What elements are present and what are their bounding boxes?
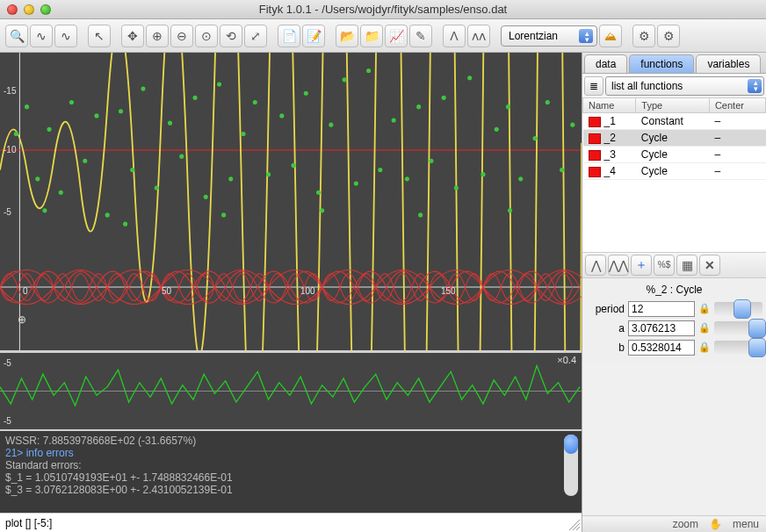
slider-thumb[interactable] xyxy=(733,299,751,319)
table-row[interactable]: _2Cycle– xyxy=(583,130,766,147)
term-cmd: info errors xyxy=(26,447,74,459)
tool-openfolder-button[interactable]: 📁 xyxy=(360,25,383,47)
param-slider[interactable] xyxy=(714,321,762,335)
param-input[interactable] xyxy=(628,320,695,336)
param-row: b🔒 xyxy=(586,340,762,356)
term-line: Standard errors: xyxy=(5,459,82,471)
tool-move-button[interactable]: ✥ xyxy=(121,25,144,47)
term-line: $_3 = 3.0762128083E+00 +- 2.4310052139E-… xyxy=(5,484,233,496)
svg-point-48 xyxy=(570,123,574,127)
tab-variables[interactable]: variables xyxy=(696,54,761,73)
col-center[interactable]: Center xyxy=(709,98,765,113)
minimize-icon[interactable] xyxy=(24,4,34,15)
svg-point-12 xyxy=(119,109,123,113)
ytick: -15 xyxy=(4,86,16,96)
tool-ploticon-button[interactable]: 📈 xyxy=(385,25,408,47)
tool-gear2-button[interactable]: ⚙ xyxy=(657,25,680,47)
tool-zoomin-button[interactable]: ⊕ xyxy=(146,25,169,47)
svg-point-32 xyxy=(366,68,371,73)
close-icon[interactable] xyxy=(7,4,18,15)
resize-corner-icon[interactable] xyxy=(566,516,582,532)
svg-point-30 xyxy=(343,77,347,82)
tool-pct-button[interactable]: %$ xyxy=(654,255,675,276)
svg-point-28 xyxy=(316,191,321,195)
tool-zoomprev-button[interactable]: ⟲ xyxy=(220,25,242,47)
tool-scriptrun-button[interactable]: 📝 xyxy=(302,25,325,47)
tab-data[interactable]: data xyxy=(584,54,627,73)
main-plot[interactable]: ⊕ -15 -10 -5 0 50 100 150 xyxy=(0,53,582,350)
svg-point-51 xyxy=(221,212,226,217)
tab-functions[interactable]: functions xyxy=(629,54,694,73)
svg-point-26 xyxy=(292,163,296,168)
tool-zoomx-button[interactable]: ⊙ xyxy=(195,25,218,47)
xtick: 50 xyxy=(162,286,171,296)
slider-thumb[interactable] xyxy=(748,319,766,338)
tool-open-button[interactable]: 📂 xyxy=(336,25,358,47)
param-input[interactable] xyxy=(628,301,695,317)
svg-point-45 xyxy=(532,136,537,140)
svg-point-20 xyxy=(217,82,221,86)
filter-list-icon[interactable]: ≣ xyxy=(584,76,603,96)
svg-point-4 xyxy=(25,104,29,109)
svg-point-9 xyxy=(83,159,87,163)
svg-point-44 xyxy=(518,176,523,181)
tool-edit-button[interactable]: ✎ xyxy=(409,25,432,47)
param-title: %_2 : Cycle xyxy=(586,284,762,296)
col-type[interactable]: Type xyxy=(636,98,710,113)
tool-zoomall-button[interactable]: 🔍 xyxy=(5,25,28,47)
param-input[interactable] xyxy=(628,340,695,356)
slider-thumb[interactable] xyxy=(748,338,766,357)
command-input[interactable] xyxy=(0,514,566,532)
svg-line-58 xyxy=(573,523,580,530)
svg-point-17 xyxy=(179,155,184,159)
output-terminal[interactable]: WSSR: 7.8853978668E+02 (-31.6657%) 21> i… xyxy=(0,429,582,513)
tool-pointer-button[interactable]: ↖ xyxy=(88,25,111,47)
tool-peak-single-button[interactable]: ⋀ xyxy=(585,255,606,276)
param-slider[interactable] xyxy=(714,302,762,316)
svg-point-21 xyxy=(228,176,233,181)
tool-zoomfit-button[interactable]: ⤢ xyxy=(244,25,267,47)
xtick: 150 xyxy=(441,286,456,296)
param-label: b xyxy=(586,341,625,354)
tool-curve1-button[interactable]: ∿ xyxy=(30,25,53,47)
zoom-icon[interactable] xyxy=(40,4,51,15)
main-toolbar: 🔍 ∿ ∿ ↖ ✥ ⊕ ⊖ ⊙ ⟲ ⤢ 📄 📝 📂 📁 📈 ✎ Λ ᴧᴧ Lor… xyxy=(0,19,766,53)
parameter-pane: %_2 : Cycle period🔒a🔒b🔒 xyxy=(582,278,766,363)
table-row[interactable]: _1Constant– xyxy=(583,113,766,130)
svg-point-24 xyxy=(266,172,271,176)
status-zoom[interactable]: zoom xyxy=(673,518,698,530)
tool-peaks-button[interactable]: ᴧᴧ xyxy=(467,25,490,47)
tool-script-button[interactable]: 📄 xyxy=(278,25,300,47)
tool-add-button[interactable]: ＋ xyxy=(631,255,652,276)
svg-point-54 xyxy=(508,208,512,212)
svg-point-34 xyxy=(392,118,396,122)
term-line: $_1 = 1.0510749193E+01 +- 1.7488832466E-… xyxy=(5,471,233,484)
filter-select[interactable]: list all functions ▴▾ xyxy=(605,76,764,96)
function-type-select[interactable]: Lorentzian ▴▾ xyxy=(501,25,597,47)
table-row[interactable]: _4Cycle– xyxy=(583,163,766,180)
lock-icon[interactable]: 🔒 xyxy=(698,341,711,353)
col-name[interactable]: Name xyxy=(583,98,636,113)
table-row[interactable]: _3Cycle– xyxy=(583,147,766,163)
tool-delete-button[interactable]: ✕ xyxy=(699,255,720,276)
svg-point-33 xyxy=(378,168,382,172)
svg-point-18 xyxy=(192,96,197,100)
tool-curve2-button[interactable]: ∿ xyxy=(54,25,77,47)
terminal-scrollbar-thumb[interactable] xyxy=(564,435,578,454)
svg-point-19 xyxy=(204,195,208,199)
tool-gear1-button[interactable]: ⚙ xyxy=(632,25,655,47)
status-menu[interactable]: menu xyxy=(733,518,759,530)
tool-addpeak-button[interactable]: ⛰ xyxy=(599,25,622,47)
svg-line-59 xyxy=(576,527,580,530)
tool-peak-multi-button[interactable]: ⋀⋀ xyxy=(608,255,629,276)
command-input-row xyxy=(0,513,582,532)
tool-grid-button[interactable]: ▦ xyxy=(676,255,697,276)
term-prompt: 21> xyxy=(5,447,26,459)
residual-plot[interactable]: -5 -5 ×0.4 xyxy=(0,350,582,429)
param-slider[interactable] xyxy=(714,341,762,355)
lock-icon[interactable]: 🔒 xyxy=(698,322,711,334)
tool-zoomout-button[interactable]: ⊖ xyxy=(170,25,193,47)
filter-bar: ≣ list all functions ▴▾ xyxy=(582,74,766,98)
lock-icon[interactable]: 🔒 xyxy=(698,303,711,314)
tool-peak-button[interactable]: Λ xyxy=(443,25,466,47)
